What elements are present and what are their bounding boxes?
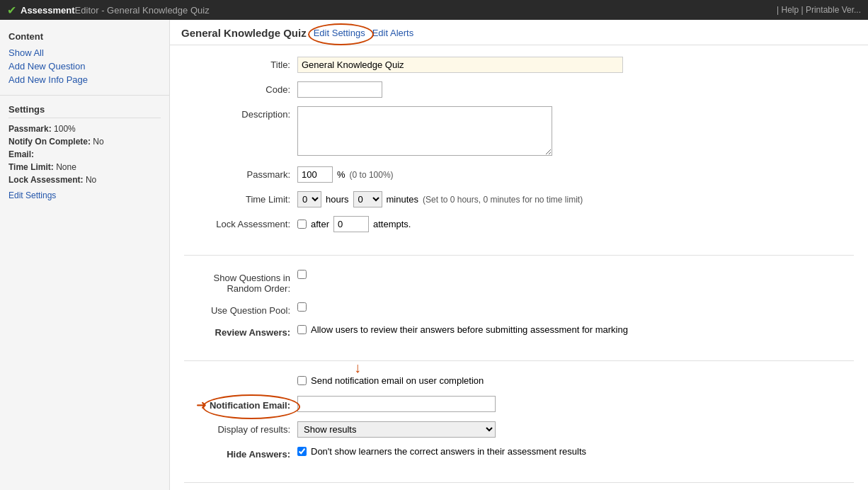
notifications-section: ↓ Send notification email on user comple… <box>184 375 854 483</box>
lock-label: Lock Assessment: <box>8 175 84 185</box>
time-limit-row: Time Limit: None <box>8 162 161 172</box>
code-row: Code: <box>184 81 854 98</box>
title-label: Title: <box>184 57 297 70</box>
random-order-row: Show Questions in Random Order: <box>184 270 854 294</box>
send-notification-checkbox[interactable] <box>297 376 307 385</box>
sidebar: Content Show All Add New Question Add Ne… <box>0 20 170 490</box>
sidebar-edit-settings-link[interactable]: Edit Settings <box>8 190 161 200</box>
random-order-label: Show Questions in Random Order: <box>184 270 297 294</box>
time-limit-label: Time Limit: <box>8 162 54 172</box>
random-order-checkbox[interactable] <box>297 270 307 279</box>
send-notification-control: ↓ Send notification email on user comple… <box>297 375 854 387</box>
attempts-input[interactable] <box>333 216 369 232</box>
hide-answers-control: Don't show learners the correct answers … <box>297 446 854 457</box>
notification-email-label-wrapper: ➜ Notification Email: <box>184 394 297 413</box>
description-textarea[interactable] <box>297 106 552 156</box>
display-results-select[interactable]: Show results Hide results Show score onl… <box>297 421 496 438</box>
topbar-links: | Help | Printable Ver... <box>777 5 861 15</box>
passmark-input[interactable] <box>297 166 333 183</box>
editor-label: Editor - General Knowledge Quiz <box>75 5 210 16</box>
options-section: Show Questions in Random Order: Use Ques… <box>184 270 854 361</box>
printable-link[interactable]: Printable Ver... <box>806 5 861 15</box>
send-notification-row: ↓ Send notification email on user comple… <box>184 375 854 387</box>
time-limit-value: None <box>56 162 76 172</box>
description-row: Description: <box>184 106 854 158</box>
hours-select[interactable]: 0123 <box>297 191 321 207</box>
code-label: Code: <box>184 81 297 95</box>
display-results-label: Display of results: <box>184 421 297 435</box>
random-order-control <box>297 270 854 281</box>
lock-after-label: after <box>311 219 329 229</box>
question-pool-control <box>297 302 854 314</box>
time-hint: (Set to 0 hours, 0 minutes for no time l… <box>423 195 583 205</box>
minutes-label: minutes <box>387 194 419 205</box>
title-row: Title: <box>184 57 854 73</box>
review-answers-row: Review Answers: Allow users to review th… <box>184 324 854 338</box>
help-link[interactable]: Help <box>781 5 799 15</box>
code-input[interactable] <box>297 81 382 98</box>
notification-email-label: Notification Email: <box>210 400 290 411</box>
page-title: General Knowledge Quiz <box>181 27 307 39</box>
notification-email-arrow-icon: ➜ <box>196 397 207 413</box>
content-section: Content Show All Add New Question Add Ne… <box>0 27 169 96</box>
logo: ✔ AssessmentEditor - General Knowledge Q… <box>7 4 210 17</box>
lock-row: Lock Assessment: No <box>8 175 161 185</box>
passmark-row: Passmark: 100% <box>8 124 161 134</box>
hide-answers-row: Hide Answers: Don't show learners the co… <box>184 446 854 460</box>
review-answers-text: Allow users to review their answers befo… <box>311 324 628 335</box>
check-icon: ✔ <box>7 4 16 17</box>
settings-section: Settings Passmark: 100% Notify On Comple… <box>0 100 169 207</box>
edit-alerts-link[interactable]: Edit Alerts <box>372 28 414 38</box>
edit-settings-link[interactable]: Edit Settings <box>314 28 365 38</box>
brand-name: Assessment <box>21 5 75 16</box>
notify-label: Notify On Complete: <box>8 137 91 147</box>
description-control <box>297 106 854 158</box>
topbar: ✔ AssessmentEditor - General Knowledge Q… <box>0 0 868 20</box>
time-limit-form-row: Time Limit: 0123 hours 0153045 minutes (… <box>184 191 854 207</box>
email-label: Email: <box>8 149 34 159</box>
notification-email-input[interactable] <box>297 396 496 412</box>
hide-answers-checkbox[interactable] <box>297 447 307 456</box>
lock-form-label: Lock Assessment: <box>184 216 297 229</box>
brand-label: AssessmentEditor - General Knowledge Qui… <box>21 5 210 16</box>
send-notification-text: Send notification email on user completi… <box>311 375 484 386</box>
passmark-control: % (0 to 100%) <box>297 166 854 183</box>
review-answers-checkbox[interactable] <box>297 325 307 334</box>
display-results-control: Show results Hide results Show score onl… <box>297 421 854 438</box>
notify-value: No <box>93 137 103 147</box>
passmark-hint: (0 to 100%) <box>350 170 394 180</box>
notification-email-control <box>297 396 854 412</box>
content-heading: Content <box>8 31 161 42</box>
question-pool-label: Use Question Pool: <box>184 302 297 316</box>
email-row: Email: <box>8 149 161 159</box>
hide-answers-text: Don't show learners the correct answers … <box>311 446 586 457</box>
passmark-value: 100% <box>54 124 76 134</box>
minutes-select[interactable]: 0153045 <box>353 191 382 207</box>
passmark-form-label: Passmark: <box>184 166 297 180</box>
lock-checkbox[interactable] <box>297 220 307 229</box>
question-pool-checkbox[interactable] <box>297 302 307 312</box>
time-limit-form-label: Time Limit: <box>184 191 297 205</box>
passmark-label: Passmark: <box>8 124 52 134</box>
lock-value: No <box>86 175 96 185</box>
show-all-link[interactable]: Show All <box>8 47 161 58</box>
form-area: Title: Code: Description: <box>170 45 868 490</box>
code-control <box>297 81 854 98</box>
page-header: General Knowledge Quiz Edit Settings Edi… <box>170 20 868 45</box>
basic-info-section: Title: Code: Description: <box>184 57 854 256</box>
notification-email-row: ➜ Notification Email: <box>184 394 854 413</box>
title-input[interactable] <box>297 57 623 73</box>
time-control: 0123 hours 0153045 minutes (Set to 0 hou… <box>297 191 854 207</box>
display-results-row: Display of results: Show results Hide re… <box>184 421 854 438</box>
attempts-label: attempts. <box>373 219 411 229</box>
add-new-question-link[interactable]: Add New Question <box>8 61 161 72</box>
add-new-info-page-link[interactable]: Add New Info Page <box>8 74 161 85</box>
review-answers-control: Allow users to review their answers befo… <box>297 324 854 335</box>
hide-answers-label: Hide Answers: <box>184 446 297 460</box>
main-content: General Knowledge Quiz Edit Settings Edi… <box>170 20 868 490</box>
hours-label: hours <box>326 194 349 205</box>
notification-arrow-icon: ↓ <box>354 360 361 376</box>
edit-settings-circled: Edit Settings <box>314 28 365 38</box>
description-label: Description: <box>184 106 297 120</box>
question-pool-row: Use Question Pool: <box>184 302 854 316</box>
